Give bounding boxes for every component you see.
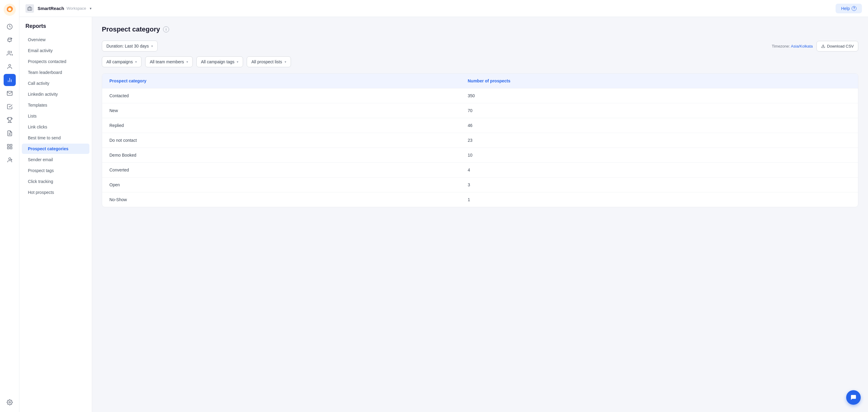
cell-category-3: Do not contact [102, 133, 460, 148]
brand-workspace: Workspace [67, 6, 86, 10]
download-icon [821, 44, 825, 48]
sidebar-item-click-tracking[interactable]: Click tracking [22, 176, 89, 187]
topbar-brand-icon [26, 4, 34, 13]
duration-label: Duration: Last 30 days [106, 43, 149, 49]
filter-right-group: Timezone: Asia/Kolkata Download CSV [772, 41, 858, 52]
prospect-lists-label: All prospect lists [251, 59, 282, 64]
cell-count-0: 350 [460, 89, 858, 103]
prospect-category-table: Prospect category Number of prospects Co… [102, 73, 858, 207]
nav-reports-icon[interactable] [4, 74, 16, 86]
cell-count-5: 4 [460, 163, 858, 178]
sidebar-item-link-clicks[interactable]: Link clicks [22, 122, 89, 132]
topbar-brand-name: SmartReach Workspace [38, 6, 86, 11]
campaigns-chevron-icon: ▾ [135, 60, 137, 64]
table-row: New 70 [102, 103, 858, 118]
app-logo[interactable] [4, 4, 16, 16]
nav-document-icon[interactable] [4, 127, 16, 139]
team-members-dropdown[interactable]: All team members ▾ [145, 56, 193, 67]
nav-contact-icon[interactable] [4, 61, 16, 73]
download-csv-label: Download CSV [827, 44, 854, 49]
main-content: Prospect category i Duration: Last 30 da… [92, 17, 868, 412]
table-row: No-Show 1 [102, 192, 858, 207]
svg-point-17 [9, 402, 10, 403]
cell-count-3: 23 [460, 133, 858, 148]
svg-point-14 [8, 158, 10, 160]
sidebar-item-linkedin-activity[interactable]: Linkedin activity [22, 89, 89, 99]
table-header-row: Prospect category Number of prospects [102, 74, 858, 89]
topbar: SmartReach Workspace ▾ Help ? [20, 0, 868, 17]
topbar-chevron-icon[interactable]: ▾ [90, 6, 92, 10]
campaign-tags-chevron-icon: ▾ [237, 60, 239, 64]
sidebar-item-prospects-contacted[interactable]: Prospects contacted [22, 56, 89, 67]
campaigns-label: All campaigns [106, 59, 133, 64]
sidebar-item-best-time[interactable]: Best time to send [22, 133, 89, 143]
chat-button[interactable] [846, 390, 861, 405]
nav-megaphone-icon[interactable] [4, 34, 16, 46]
campaign-tags-dropdown[interactable]: All campaign tags ▾ [196, 56, 243, 67]
sidebar-item-lists[interactable]: Lists [22, 111, 89, 121]
nav-mail-icon[interactable] [4, 87, 16, 99]
sidebar-item-sender-email[interactable]: Sender email [22, 155, 89, 165]
campaigns-dropdown[interactable]: All campaigns ▾ [102, 56, 142, 67]
team-members-label: All team members [150, 59, 184, 64]
help-circle-icon: ? [851, 6, 857, 11]
svg-rect-11 [10, 145, 12, 146]
prospect-lists-dropdown[interactable]: All prospect lists ▾ [247, 56, 291, 67]
nav-settings-icon[interactable] [4, 396, 16, 408]
duration-dropdown[interactable]: Duration: Last 30 days ▾ [102, 41, 158, 52]
svg-rect-12 [10, 147, 12, 149]
sidebar-item-call-activity[interactable]: Call activity [22, 78, 89, 89]
sidebar-title: Reports [20, 23, 92, 34]
duration-chevron-icon: ▾ [151, 44, 153, 48]
chat-icon [850, 394, 857, 401]
cell-count-4: 10 [460, 148, 858, 163]
nav-team-icon[interactable] [4, 47, 16, 59]
sidebar-item-prospect-categories[interactable]: Prospect categories [22, 144, 89, 154]
brand-name-text: SmartReach [38, 6, 64, 11]
page-title: Prospect category [102, 26, 160, 33]
nav-tasks-icon[interactable] [4, 101, 16, 113]
table-row: Converted 4 [102, 163, 858, 178]
sidebar-item-overview[interactable]: Overview [22, 35, 89, 45]
nav-dashboard-icon[interactable] [4, 140, 16, 153]
cell-count-6: 3 [460, 178, 858, 192]
timezone-link[interactable]: Asia/Kolkata [791, 44, 813, 49]
col-header-category: Prospect category [102, 74, 460, 89]
table-row: Open 3 [102, 178, 858, 192]
download-csv-button[interactable]: Download CSV [816, 41, 858, 52]
svg-point-4 [8, 65, 10, 67]
page-info-icon[interactable]: i [163, 26, 169, 32]
help-label: Help [841, 6, 850, 11]
nav-user-manage-icon[interactable] [4, 154, 16, 166]
page-header: Prospect category i [102, 26, 858, 33]
timezone-label: Timezone: Asia/Kolkata [772, 44, 812, 49]
prospect-lists-chevron-icon: ▾ [285, 60, 286, 64]
table-row: Contacted 350 [102, 89, 858, 103]
svg-rect-13 [7, 147, 9, 149]
cell-count-1: 70 [460, 103, 858, 118]
cell-count-2: 46 [460, 118, 858, 133]
cell-category-4: Demo Booked [102, 148, 460, 163]
svg-point-1 [8, 8, 11, 11]
help-button[interactable]: Help ? [836, 4, 862, 13]
sidebar-item-team-leaderboard[interactable]: Team leaderboard [22, 67, 89, 77]
cell-category-5: Converted [102, 163, 460, 178]
campaign-tags-label: All campaign tags [201, 59, 235, 64]
team-members-chevron-icon: ▾ [186, 60, 188, 64]
svg-point-3 [8, 51, 10, 53]
sidebar-item-hot-prospects[interactable]: Hot prospects [22, 187, 89, 197]
nav-campaigns-icon[interactable] [4, 21, 16, 33]
nav-trophy-icon[interactable] [4, 114, 16, 126]
filters-row-2: All campaigns ▾ All team members ▾ All c… [102, 56, 858, 67]
table-row: Do not contact 23 [102, 133, 858, 148]
svg-rect-10 [7, 145, 9, 146]
cell-count-7: 1 [460, 192, 858, 207]
sidebar-item-prospect-tags[interactable]: Prospect tags [22, 165, 89, 176]
sidebar-item-templates[interactable]: Templates [22, 100, 89, 110]
svg-rect-18 [28, 7, 32, 10]
cell-category-6: Open [102, 178, 460, 192]
table-row: Demo Booked 10 [102, 148, 858, 163]
sidebar: Reports Overview Email activity Prospect… [20, 17, 92, 412]
cell-category-2: Replied [102, 118, 460, 133]
sidebar-item-email-activity[interactable]: Email activity [22, 45, 89, 56]
